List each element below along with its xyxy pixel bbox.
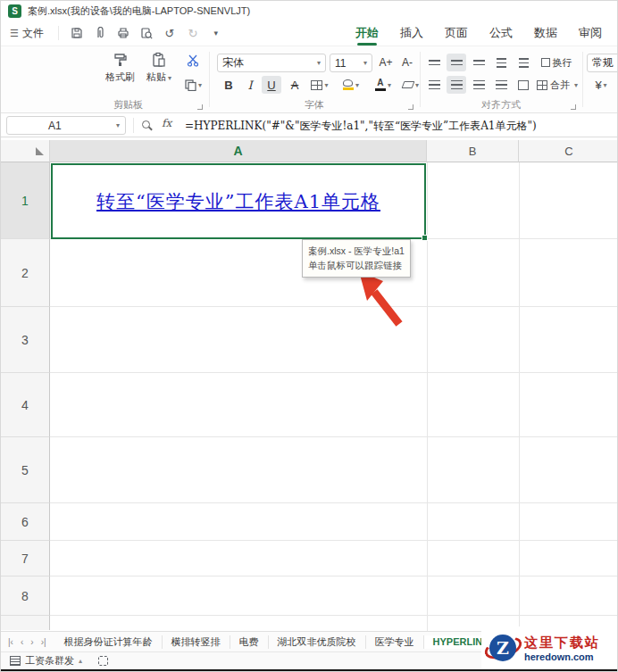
sheet-tab-transpose[interactable]: 横排转竖排 bbox=[163, 635, 230, 649]
bold-button[interactable]: B bbox=[219, 76, 238, 94]
row-header-2[interactable]: 2 bbox=[1, 239, 50, 307]
column-header-b[interactable]: B bbox=[427, 140, 519, 162]
align-middle-button[interactable] bbox=[447, 54, 466, 71]
sheet-tab-medical-major[interactable]: 医学专业 bbox=[366, 635, 424, 649]
formula-input[interactable]: =HYPERLINK("#"&"医学专业!a1","转至“医学专业”工作表A1单… bbox=[185, 119, 537, 134]
font-color-icon: A bbox=[375, 79, 386, 91]
tab-page[interactable]: 页面 bbox=[445, 21, 468, 45]
sheet-tab-electricity[interactable]: 电费 bbox=[230, 635, 269, 649]
tab-data[interactable]: 数据 bbox=[534, 21, 557, 45]
align-center-button[interactable] bbox=[447, 76, 466, 94]
cell-a1[interactable]: 转至“医学专业”工作表A1单元格 bbox=[51, 163, 426, 239]
justify-button[interactable] bbox=[491, 76, 511, 94]
export-pdf-icon[interactable] bbox=[93, 26, 107, 40]
align-right-button[interactable] bbox=[469, 76, 489, 94]
quick-access-toolbar: ↺ ↻ ▾ bbox=[58, 26, 223, 40]
align-bottom-icon bbox=[473, 60, 485, 66]
wrap-text-button[interactable]: 换行 bbox=[536, 54, 577, 71]
copy-dropdown-icon: ▾ bbox=[198, 81, 202, 89]
select-all-corner[interactable] bbox=[1, 140, 50, 162]
font-dialog-launcher[interactable] bbox=[408, 104, 413, 110]
clipboard-dialog-launcher[interactable] bbox=[197, 104, 203, 110]
ribbon-tabs: 开始 插入 页面 公式 数据 审阅 视图 bbox=[345, 21, 618, 46]
cut-button[interactable] bbox=[187, 54, 200, 71]
fill-color-button[interactable]: ▾ bbox=[337, 76, 365, 94]
copy-icon bbox=[184, 79, 196, 91]
save-icon[interactable] bbox=[70, 26, 84, 40]
italic-button[interactable]: I bbox=[240, 76, 260, 94]
undo-icon[interactable]: ↺ bbox=[163, 26, 177, 40]
font-color-dropdown-icon: ▾ bbox=[388, 81, 391, 89]
distribute-icon bbox=[518, 80, 529, 90]
grow-font-button[interactable]: A+ bbox=[376, 54, 396, 71]
increase-indent-button[interactable] bbox=[514, 54, 533, 71]
font-size-value: 11 bbox=[335, 57, 346, 70]
shrink-font-button[interactable]: A- bbox=[397, 54, 417, 71]
zoom-formula-icon[interactable] bbox=[142, 120, 150, 129]
align-center-icon bbox=[451, 80, 463, 90]
ribbon: 格式刷 粘贴▾ ▾ 剪贴板 宋体 ▾ bbox=[1, 46, 618, 113]
format-painter-label: 格式刷 bbox=[105, 71, 135, 84]
distribute-button[interactable] bbox=[514, 76, 533, 94]
first-sheet-icon[interactable]: |‹ bbox=[8, 637, 13, 647]
font-group: 宋体 ▾ 11 ▾ A+ A- B I U A ▾ ▾ A ▾ bbox=[212, 46, 417, 114]
hyperlink-text[interactable]: 转至“医学专业”工作表A1单元格 bbox=[96, 189, 380, 214]
file-menu-label: 文件 bbox=[22, 26, 44, 41]
currency-button[interactable]: ¥ ▾ bbox=[587, 76, 615, 94]
tab-home[interactable]: 开始 bbox=[355, 21, 379, 45]
number-format-select[interactable]: 常规 bbox=[587, 54, 618, 72]
column-header-a[interactable]: A bbox=[50, 140, 427, 162]
decrease-indent-button[interactable] bbox=[491, 54, 511, 71]
row-header-partial[interactable] bbox=[1, 616, 50, 630]
font-color-button[interactable]: A ▾ bbox=[369, 76, 397, 94]
print-preview-icon[interactable] bbox=[139, 26, 154, 40]
watermark-site-name: 这里下载站 bbox=[524, 635, 600, 651]
borders-button[interactable]: ▾ bbox=[306, 76, 333, 94]
number-group: 常规 ¥ ▾ bbox=[585, 46, 618, 114]
insert-function-button[interactable]: fx bbox=[162, 117, 171, 129]
row-header-5[interactable]: 5 bbox=[1, 437, 50, 503]
next-sheet-icon[interactable]: › bbox=[30, 637, 33, 647]
row-header-4[interactable]: 4 bbox=[1, 373, 50, 437]
sheet-tab-age-calc[interactable]: 根据身份证计算年龄 bbox=[55, 635, 163, 649]
borders-dropdown-icon: ▾ bbox=[324, 81, 328, 89]
paste-button[interactable]: 粘贴▾ bbox=[146, 52, 171, 84]
tab-formulas[interactable]: 公式 bbox=[489, 21, 513, 45]
prev-sheet-icon[interactable]: ‹ bbox=[21, 637, 23, 647]
merge-cells-icon bbox=[537, 80, 547, 90]
alignment-dialog-launcher[interactable] bbox=[571, 104, 576, 110]
row-header-3[interactable]: 3 bbox=[1, 307, 50, 373]
file-menu-button[interactable]: ☰ 文件 bbox=[10, 26, 44, 41]
page-layout-icon[interactable] bbox=[98, 656, 108, 666]
app-logo-icon: S bbox=[8, 4, 21, 18]
last-sheet-icon[interactable]: ›| bbox=[41, 637, 46, 647]
clear-dropdown-icon: ▾ bbox=[415, 81, 419, 89]
tab-review[interactable]: 审阅 bbox=[579, 21, 602, 45]
row-header-8[interactable]: 8 bbox=[1, 577, 50, 616]
font-size-select[interactable]: 11 ▾ bbox=[330, 54, 372, 72]
underline-button[interactable]: U bbox=[262, 76, 281, 94]
sheet-tab-hubei-colleges[interactable]: 湖北双非优质院校 bbox=[269, 635, 366, 649]
name-box[interactable]: A1 ▾ bbox=[6, 116, 126, 135]
strikethrough-button[interactable]: A bbox=[285, 76, 305, 94]
currency-dropdown-icon: ▾ bbox=[604, 81, 607, 89]
merge-cells-button[interactable]: 合并 ▾ bbox=[536, 76, 579, 94]
row-header-6[interactable]: 6 bbox=[1, 503, 50, 541]
column-header-c[interactable]: C bbox=[519, 140, 618, 162]
align-bottom-button[interactable] bbox=[469, 54, 489, 71]
row-header-7[interactable]: 7 bbox=[1, 541, 50, 577]
format-painter-icon bbox=[113, 52, 129, 68]
row-header-1[interactable]: 1 bbox=[1, 162, 50, 239]
print-icon[interactable] bbox=[116, 26, 130, 40]
align-left-button[interactable] bbox=[424, 76, 444, 94]
qat-dropdown-icon[interactable]: ▾ bbox=[209, 26, 223, 40]
tab-insert[interactable]: 插入 bbox=[400, 21, 423, 45]
align-top-button[interactable] bbox=[424, 54, 444, 71]
font-family-select[interactable]: 宋体 ▾ bbox=[217, 54, 326, 72]
payslip-tool-button[interactable]: 工资条群发 bbox=[25, 654, 74, 668]
fill-handle[interactable] bbox=[422, 235, 428, 241]
font-size-dropdown-icon: ▾ bbox=[363, 59, 367, 67]
format-painter-button[interactable]: 格式刷 bbox=[105, 52, 135, 84]
redo-icon[interactable]: ↻ bbox=[186, 26, 200, 40]
copy-button[interactable]: ▾ bbox=[184, 79, 202, 91]
